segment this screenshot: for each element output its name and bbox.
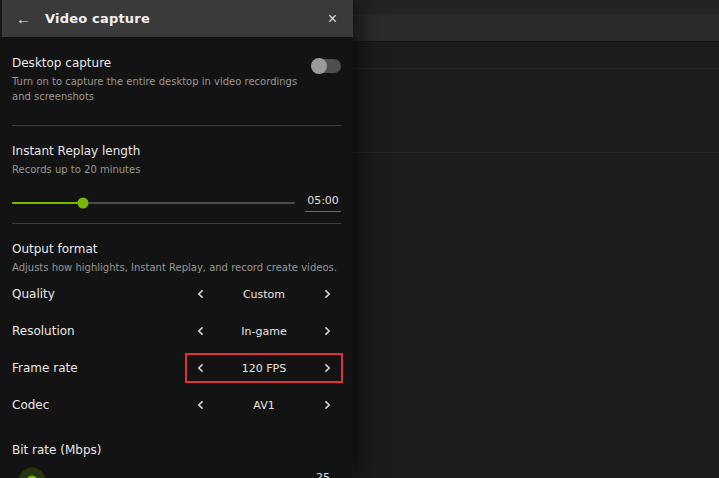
desktop-capture-toggle[interactable] — [312, 59, 341, 73]
output-format-label: Output format — [12, 242, 341, 256]
panel-title: Video capture — [45, 11, 150, 26]
background-row-divider — [353, 68, 719, 69]
codec-label: Codec — [12, 398, 187, 412]
frame-rate-label: Frame rate — [12, 361, 187, 375]
frame-rate-stepper: 120 FPS — [187, 355, 341, 381]
video-capture-panel: ← Video capture × Desktop capture Turn o… — [0, 0, 353, 478]
codec-stepper: AV1 — [187, 392, 341, 418]
slider-fill — [12, 202, 83, 204]
codec-value: AV1 — [215, 399, 313, 412]
frame-rate-value: 120 FPS — [215, 362, 313, 375]
bit-rate-label: Bit rate (Mbps) — [12, 443, 341, 457]
resolution-setting: Resolution In-game — [12, 313, 341, 349]
chevron-left-icon[interactable] — [187, 392, 215, 418]
chevron-left-icon[interactable] — [187, 318, 215, 344]
quality-setting: Quality Custom — [12, 276, 341, 312]
resolution-label: Resolution — [12, 324, 187, 338]
chevron-right-icon[interactable] — [313, 281, 341, 307]
desktop-capture-label: Desktop capture — [12, 56, 312, 70]
instant-replay-value-field[interactable]: 05:00 — [305, 194, 341, 212]
output-format-description: Adjusts how highlights, Instant Replay, … — [12, 260, 341, 275]
back-button[interactable]: ← — [14, 11, 33, 26]
quality-value: Custom — [215, 288, 313, 301]
quality-label: Quality — [12, 287, 187, 301]
chevron-right-icon[interactable] — [313, 392, 341, 418]
resolution-stepper: In-game — [187, 318, 341, 344]
frame-rate-setting: Frame rate 120 FPS — [12, 350, 341, 386]
desktop-capture-setting: Desktop capture Turn on to capture the e… — [12, 56, 341, 104]
section-divider — [12, 223, 341, 224]
chevron-right-icon[interactable] — [313, 318, 341, 344]
section-divider — [12, 125, 341, 126]
bit-rate-value-field[interactable]: 25 — [305, 471, 341, 478]
panel-header: ← Video capture × — [0, 0, 353, 37]
chevron-left-icon[interactable] — [187, 355, 215, 381]
background-header-band — [353, 14, 719, 42]
chevron-left-icon[interactable] — [187, 281, 215, 307]
instant-replay-slider[interactable] — [12, 202, 295, 204]
desktop-capture-description: Turn on to capture the entire desktop in… — [12, 74, 304, 104]
dimmed-background-page — [353, 0, 719, 478]
close-icon[interactable]: × — [326, 11, 339, 27]
quality-stepper: Custom — [187, 281, 341, 307]
instant-replay-slider-knob[interactable] — [77, 198, 88, 209]
toggle-knob — [311, 58, 327, 74]
resolution-value: In-game — [215, 325, 313, 338]
instant-replay-label: Instant Replay length — [12, 144, 341, 158]
instant-replay-description: Records up to 20 minutes — [12, 162, 341, 177]
background-titlebar — [353, 0, 719, 14]
codec-setting: Codec AV1 — [12, 387, 341, 423]
chevron-right-icon[interactable] — [313, 355, 341, 381]
background-row-divider — [353, 152, 719, 153]
